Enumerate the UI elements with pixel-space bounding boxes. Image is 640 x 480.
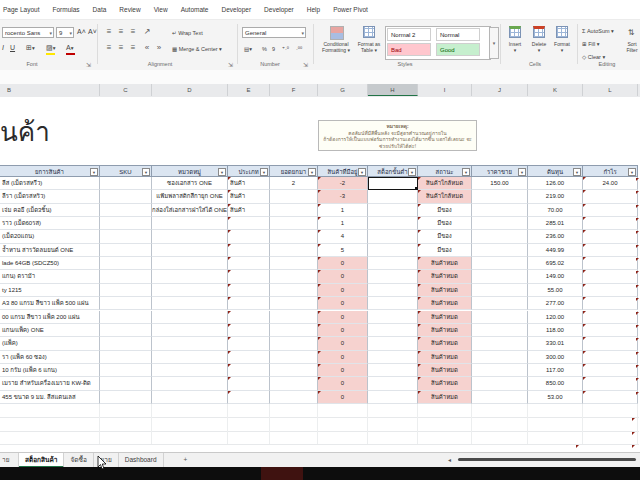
increase-indent-icon[interactable]: » [154, 43, 164, 52]
menu-tab-power-pivot-9[interactable]: Power Pivot [333, 6, 368, 13]
filter-dropdown-icon[interactable]: ▼ [260, 168, 268, 176]
filter-dropdown-icon[interactable]: ▼ [90, 168, 98, 176]
table-cell[interactable] [100, 217, 152, 230]
table-cell[interactable] [472, 391, 528, 404]
fill-color-icon[interactable]: ▨▾ [46, 43, 55, 53]
table-cell[interactable] [100, 230, 152, 243]
style-normal[interactable]: Normal [436, 28, 480, 41]
align-left-icon[interactable]: ≡ [104, 43, 114, 52]
underline-button[interactable]: U [10, 43, 15, 53]
table-cell[interactable]: สินค้าหมด [418, 297, 472, 310]
table-cell[interactable]: 55.00 [528, 284, 583, 297]
filter-dropdown-icon[interactable]: ▼ [408, 168, 416, 176]
table-cell[interactable]: -3 [318, 190, 368, 203]
sheet-tab-สต็อกสินค้า[interactable]: สต็อกสินค้า [19, 453, 64, 468]
table-cell[interactable] [270, 377, 318, 390]
chevron-down-icon[interactable]: ▾ [69, 28, 72, 38]
table-cell[interactable] [228, 244, 270, 257]
table-cell[interactable] [270, 270, 318, 283]
table-cell[interactable] [368, 311, 418, 324]
hscroll-left-arrow-icon[interactable]: ◂ [448, 456, 451, 463]
table-cell[interactable] [368, 297, 418, 310]
table-cell[interactable] [583, 377, 638, 390]
table-cell[interactable] [472, 230, 528, 243]
table-cell[interactable]: 850.00 [528, 377, 583, 390]
table-cell[interactable]: 0 [318, 311, 368, 324]
table-cell[interactable] [583, 257, 638, 270]
table-cell[interactable]: 0 [318, 364, 368, 377]
table-cell[interactable] [152, 217, 228, 230]
align-top-icon[interactable]: ≡ [104, 27, 114, 36]
table-cell[interactable] [152, 270, 228, 283]
table-cell[interactable] [368, 337, 418, 350]
table-cell[interactable]: สินค้าหมด [418, 324, 472, 337]
table-header-7[interactable]: สถานะ▼ [418, 165, 472, 177]
sort-filter-icon[interactable]: ⇅ [626, 28, 636, 37]
conditional-formatting-icon[interactable] [330, 26, 344, 40]
table-cell[interactable]: ty 1215 [0, 284, 100, 297]
table-cell[interactable]: สินค้าหมด [418, 351, 472, 364]
table-cell[interactable]: 1 [318, 204, 368, 217]
table-cell[interactable] [472, 311, 528, 324]
table-cell[interactable] [472, 337, 528, 350]
menu-tab-page-layout[interactable]: Page Layout [3, 6, 40, 13]
table-cell[interactable] [152, 377, 228, 390]
table-cell[interactable] [472, 217, 528, 230]
table-cell[interactable]: 0 [318, 324, 368, 337]
style-good[interactable]: Good [436, 43, 480, 56]
table-cell[interactable] [583, 190, 638, 203]
table-cell[interactable]: สินค้าหมด [418, 284, 472, 297]
table-cell[interactable] [368, 284, 418, 297]
table-cell[interactable]: 0 [318, 284, 368, 297]
table-cell[interactable] [270, 204, 318, 217]
conditional-formatting-button[interactable]: ConditionalFormatting ▾ [319, 41, 353, 53]
table-cell[interactable] [368, 377, 418, 390]
table-cell[interactable] [368, 190, 418, 203]
table-cell[interactable]: สินค้าหมด [418, 337, 472, 350]
format-button[interactable]: Format▾ [545, 41, 579, 53]
table-cell[interactable]: A3 80 แกรม สีขาว แพ็ค 500 แผ่น [0, 297, 100, 310]
table-cell[interactable] [472, 324, 528, 337]
filter-dropdown-icon[interactable]: ▼ [628, 168, 636, 176]
menu-tab-automate[interactable]: Automate [181, 6, 209, 13]
increase-font-icon[interactable]: A˄ [77, 27, 86, 37]
wrap-text-button[interactable]: ↵ Wrap Text [172, 28, 203, 38]
table-cell[interactable]: สินค้าหมด [418, 377, 472, 390]
table-cell[interactable] [583, 217, 638, 230]
table-cell[interactable]: 10 กรัม (แพ็ค 6 แกน) [0, 364, 100, 377]
table-cell[interactable]: 118.00 [528, 324, 583, 337]
table-cell[interactable] [472, 257, 528, 270]
table-cell[interactable] [228, 284, 270, 297]
table-cell[interactable] [583, 324, 638, 337]
format-cells-icon[interactable] [556, 26, 568, 38]
style-normal-2[interactable]: Normal 2 [387, 28, 431, 41]
table-cell[interactable] [152, 324, 228, 337]
table-header-10[interactable]: กำไร▼ [583, 165, 638, 177]
column-header-K[interactable]: K [528, 84, 583, 96]
style-bad[interactable]: Bad [387, 43, 431, 56]
table-cell[interactable]: มีของ [418, 217, 472, 230]
add-sheet-button[interactable]: + [178, 453, 194, 468]
table-cell[interactable] [228, 364, 270, 377]
table-cell[interactable]: 285.01 [528, 217, 583, 230]
table-cell[interactable] [100, 270, 152, 283]
column-header-L[interactable]: L [583, 84, 638, 96]
table-cell[interactable]: 219.00 [528, 190, 583, 203]
table-cell[interactable]: 0 [318, 377, 368, 390]
table-cell[interactable]: สินค้า [228, 204, 270, 217]
filter-dropdown-icon[interactable]: ▼ [358, 168, 366, 176]
table-cell[interactable] [583, 230, 638, 243]
table-cell[interactable] [152, 297, 228, 310]
filter-dropdown-icon[interactable]: ▼ [218, 168, 226, 176]
column-header-I[interactable]: I [418, 84, 472, 96]
menu-tab-review[interactable]: Review [119, 6, 140, 13]
table-cell[interactable] [100, 257, 152, 270]
table-cell[interactable] [270, 230, 318, 243]
table-header-1[interactable]: SKU▼ [100, 165, 152, 177]
borders-icon[interactable]: ⊞▾ [26, 43, 35, 53]
table-cell[interactable] [152, 364, 228, 377]
table-cell[interactable] [270, 337, 318, 350]
table-cell[interactable] [270, 351, 318, 364]
column-header-J[interactable]: J [472, 84, 528, 96]
table-cell[interactable] [472, 297, 528, 310]
